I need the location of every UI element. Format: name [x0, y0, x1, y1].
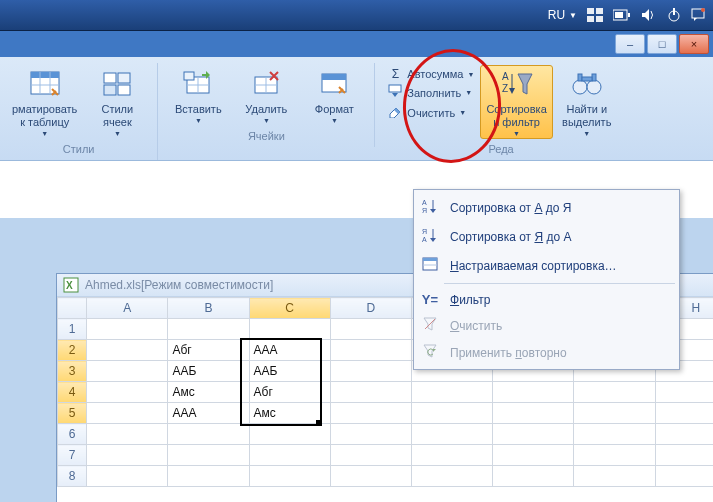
volume-icon[interactable]	[641, 0, 657, 30]
format-as-table-button[interactable]: рматировать к таблицу ▼	[6, 65, 83, 139]
cell[interactable]	[574, 466, 655, 487]
cell-styles-button[interactable]: Стили ячеек ▼	[83, 65, 151, 139]
cell[interactable]	[330, 403, 411, 424]
cell[interactable]	[87, 361, 168, 382]
cell[interactable]	[87, 319, 168, 340]
cell[interactable]	[412, 403, 493, 424]
cell[interactable]	[412, 424, 493, 445]
cell[interactable]	[655, 382, 713, 403]
battery-icon[interactable]	[613, 0, 631, 30]
cell[interactable]	[87, 466, 168, 487]
cell[interactable]: Абг	[249, 382, 330, 403]
cell[interactable]	[493, 424, 574, 445]
row-header[interactable]: 6	[58, 424, 87, 445]
language-label: RU	[548, 8, 565, 22]
cell[interactable]: ААА	[168, 403, 249, 424]
row-header[interactable]: 4	[58, 382, 87, 403]
power-icon[interactable]	[667, 0, 681, 30]
fill-button[interactable]: Заполнить ▼	[387, 84, 474, 101]
cell[interactable]	[87, 445, 168, 466]
cell[interactable]	[168, 319, 249, 340]
menu-custom-sort[interactable]: Настраиваемая сортировка…	[414, 251, 679, 280]
cell[interactable]	[87, 403, 168, 424]
action-center-icon[interactable]	[691, 0, 705, 30]
cell[interactable]	[87, 382, 168, 403]
insert-button[interactable]: Вставить ▼	[164, 65, 232, 126]
cell[interactable]	[412, 445, 493, 466]
find-select-button[interactable]: Найти и выделить ▼	[553, 65, 621, 139]
cell[interactable]	[330, 361, 411, 382]
cell[interactable]	[574, 424, 655, 445]
format-button[interactable]: Формат ▼	[300, 65, 368, 126]
menu-sort-za[interactable]: ЯА Сортировка от Я до А	[414, 222, 679, 251]
column-header[interactable]: D	[330, 298, 411, 319]
reapply-icon	[420, 344, 440, 361]
cell[interactable]	[493, 382, 574, 403]
cell[interactable]: ААА	[249, 340, 330, 361]
cell[interactable]	[330, 382, 411, 403]
language-indicator[interactable]: RU ▼	[548, 0, 577, 30]
os-taskbar: RU ▼	[0, 0, 713, 31]
svg-text:Z: Z	[502, 83, 508, 94]
column-header[interactable]: A	[87, 298, 168, 319]
cell[interactable]	[655, 466, 713, 487]
row-header[interactable]: 8	[58, 466, 87, 487]
cell[interactable]: Амс	[249, 403, 330, 424]
cell[interactable]: ААБ	[168, 361, 249, 382]
window-maximize-button[interactable]: □	[647, 34, 677, 54]
fill-down-icon	[387, 84, 403, 101]
cell[interactable]	[574, 445, 655, 466]
cell[interactable]	[249, 319, 330, 340]
cell[interactable]	[412, 466, 493, 487]
cell[interactable]	[168, 445, 249, 466]
cell[interactable]	[574, 403, 655, 424]
cell[interactable]	[412, 382, 493, 403]
menu-filter[interactable]: Y= Фильтр	[414, 287, 679, 312]
cell[interactable]	[330, 466, 411, 487]
row-header[interactable]: 7	[58, 445, 87, 466]
cell[interactable]	[168, 466, 249, 487]
cell[interactable]	[574, 382, 655, 403]
cell[interactable]	[330, 424, 411, 445]
column-header[interactable]: B	[168, 298, 249, 319]
cell[interactable]: Абг	[168, 340, 249, 361]
cell[interactable]: Амс	[168, 382, 249, 403]
cell[interactable]	[330, 445, 411, 466]
clear-button[interactable]: Очистить ▼	[387, 104, 474, 121]
row-header[interactable]: 5	[58, 403, 87, 424]
cell[interactable]	[655, 403, 713, 424]
column-header[interactable]: C	[249, 298, 330, 319]
cell[interactable]	[87, 340, 168, 361]
cell[interactable]	[249, 424, 330, 445]
window-minimize-button[interactable]: –	[615, 34, 645, 54]
cell[interactable]	[493, 445, 574, 466]
svg-rect-55	[423, 258, 437, 261]
cell[interactable]	[249, 445, 330, 466]
cell[interactable]: ААБ	[249, 361, 330, 382]
svg-marker-33	[392, 93, 398, 97]
cell[interactable]	[168, 424, 249, 445]
clear-label: Очистить	[407, 107, 455, 119]
autosum-button[interactable]: Σ Автосумма ▼	[387, 67, 474, 81]
cell[interactable]	[655, 445, 713, 466]
row-header[interactable]: 1	[58, 319, 87, 340]
cell[interactable]	[655, 424, 713, 445]
cell[interactable]	[493, 466, 574, 487]
delete-button[interactable]: Удалить ▼	[232, 65, 300, 126]
cell[interactable]	[493, 403, 574, 424]
svg-marker-49	[430, 209, 436, 213]
ribbon-group-editing-label: Реда	[488, 139, 513, 158]
select-all-corner[interactable]	[58, 298, 87, 319]
sort-filter-button[interactable]: A Z Сортировка и фильтр ▼	[480, 65, 552, 139]
cell[interactable]	[249, 466, 330, 487]
menu-sort-az[interactable]: АЯ Сортировка от А до Я	[414, 193, 679, 222]
menu-clear: Очистить	[414, 312, 679, 339]
cell[interactable]	[330, 340, 411, 361]
row-header[interactable]: 3	[58, 361, 87, 382]
menu-reapply-label: Применить повторно	[450, 346, 567, 360]
taskbar-window-icon[interactable]	[587, 0, 603, 30]
cell[interactable]	[87, 424, 168, 445]
window-close-button[interactable]: ×	[679, 34, 709, 54]
cell[interactable]	[330, 319, 411, 340]
row-header[interactable]: 2	[58, 340, 87, 361]
